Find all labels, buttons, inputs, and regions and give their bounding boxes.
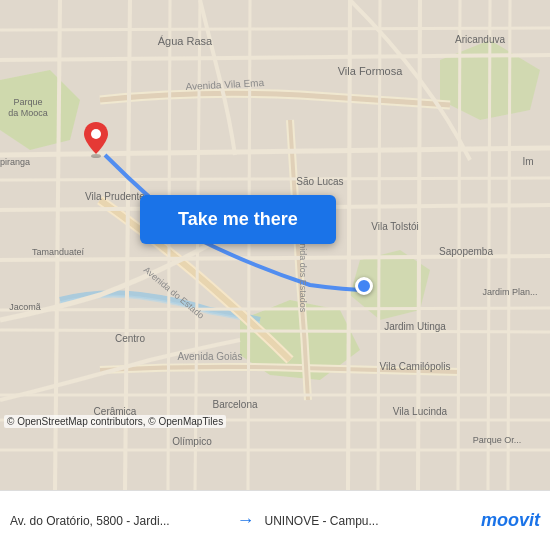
bottom-origin: Av. do Oratório, 5800 - Jardi... — [10, 514, 227, 528]
svg-text:Im: Im — [522, 156, 533, 167]
bottom-destination: UNINOVE - Campu... — [265, 514, 482, 528]
moovit-brand-text: moovit — [481, 510, 540, 531]
svg-text:Parque: Parque — [13, 97, 42, 107]
svg-text:Tamanduateí: Tamanduateí — [32, 247, 85, 257]
svg-text:Barcelona: Barcelona — [212, 399, 257, 410]
map-container[interactable]: Água Rasa Avenida Vila Ema Vila Formosa … — [0, 0, 550, 490]
svg-line-13 — [0, 28, 550, 30]
svg-point-53 — [91, 154, 101, 158]
take-me-there-button[interactable]: Take me there — [140, 195, 336, 244]
map-attribution: © OpenStreetMap contributors, © OpenMapT… — [4, 415, 226, 428]
svg-text:Vila Camilópolis: Vila Camilópolis — [380, 361, 451, 372]
svg-text:Centro: Centro — [115, 333, 145, 344]
current-location-dot — [355, 277, 373, 295]
svg-text:Avenida Goiás: Avenida Goiás — [178, 351, 243, 362]
svg-text:Jardim Plan...: Jardim Plan... — [482, 287, 537, 297]
svg-text:Olímpico: Olímpico — [172, 436, 212, 447]
svg-line-8 — [0, 308, 550, 310]
svg-text:Sapopemba: Sapopemba — [439, 246, 493, 257]
svg-text:Jacomã: Jacomã — [9, 302, 41, 312]
svg-line-14 — [0, 178, 550, 180]
svg-text:Vila Lucinda: Vila Lucinda — [393, 406, 448, 417]
moovit-logo: moovit — [481, 510, 540, 531]
origin-text: Av. do Oratório, 5800 - Jardi... — [10, 514, 170, 528]
svg-text:Aricanduva: Aricanduva — [455, 34, 505, 45]
svg-text:piranga: piranga — [0, 157, 30, 167]
direction-arrow-icon: → — [237, 510, 255, 531]
svg-text:Vila Formosa: Vila Formosa — [338, 65, 403, 77]
svg-text:São Lucas: São Lucas — [296, 176, 343, 187]
svg-text:Vila Tolstói: Vila Tolstói — [371, 221, 418, 232]
svg-line-22 — [488, 0, 490, 490]
origin-pin — [82, 120, 110, 162]
svg-line-26 — [508, 0, 510, 490]
svg-text:Água Rasa: Água Rasa — [158, 35, 213, 47]
bottom-bar: Av. do Oratório, 5800 - Jardi... → UNINO… — [0, 490, 550, 550]
svg-text:Parque Or...: Parque Or... — [473, 435, 522, 445]
svg-text:Jardim Utinga: Jardim Utinga — [384, 321, 446, 332]
destination-text: UNINOVE - Campu... — [265, 514, 379, 528]
svg-line-11 — [0, 330, 550, 332]
svg-line-25 — [458, 0, 460, 490]
svg-line-19 — [248, 0, 250, 490]
svg-point-54 — [91, 129, 101, 139]
svg-text:Vila Prudente: Vila Prudente — [85, 191, 145, 202]
svg-text:da Mooca: da Mooca — [8, 108, 48, 118]
